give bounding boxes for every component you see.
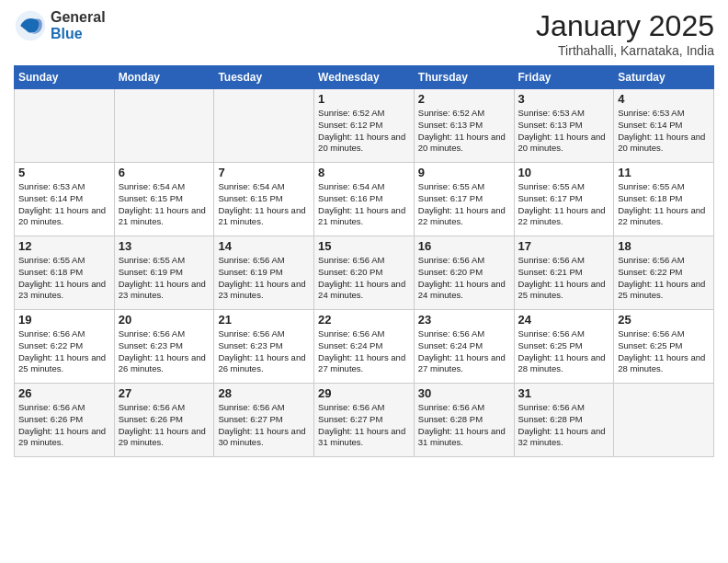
cell-info: Sunrise: 6:56 AMSunset: 6:25 PMDaylight:… bbox=[518, 328, 610, 375]
cell-info: Sunrise: 6:56 AMSunset: 6:28 PMDaylight:… bbox=[518, 402, 610, 449]
weekday-header-wednesday: Wednesday bbox=[314, 66, 415, 89]
calendar-cell bbox=[114, 89, 214, 163]
cell-info: Sunrise: 6:56 AMSunset: 6:22 PMDaylight:… bbox=[618, 255, 710, 302]
cell-info: Sunrise: 6:56 AMSunset: 6:19 PMDaylight:… bbox=[218, 255, 310, 302]
calendar-cell: 20Sunrise: 6:56 AMSunset: 6:23 PMDayligh… bbox=[114, 310, 214, 384]
cell-info: Sunrise: 6:56 AMSunset: 6:22 PMDaylight:… bbox=[18, 328, 110, 375]
cell-day-number: 30 bbox=[418, 386, 510, 400]
cell-info: Sunrise: 6:56 AMSunset: 6:26 PMDaylight:… bbox=[18, 402, 110, 449]
page-header: General Blue January 2025 Tirthahalli, K… bbox=[14, 9, 714, 58]
cell-info: Sunrise: 6:54 AMSunset: 6:15 PMDaylight:… bbox=[119, 181, 210, 228]
calendar-cell: 5Sunrise: 6:53 AMSunset: 6:14 PMDaylight… bbox=[15, 163, 115, 236]
calendar-week-4: 19Sunrise: 6:56 AMSunset: 6:22 PMDayligh… bbox=[15, 310, 714, 384]
cell-info: Sunrise: 6:56 AMSunset: 6:20 PMDaylight:… bbox=[318, 255, 410, 302]
cell-day-number: 5 bbox=[18, 166, 110, 179]
calendar-cell: 14Sunrise: 6:56 AMSunset: 6:19 PMDayligh… bbox=[214, 236, 314, 310]
calendar-cell: 11Sunrise: 6:55 AMSunset: 6:18 PMDayligh… bbox=[614, 163, 714, 236]
cell-day-number: 31 bbox=[518, 386, 610, 400]
logo: General Blue bbox=[14, 9, 106, 42]
cell-day-number: 19 bbox=[18, 313, 110, 327]
cell-info: Sunrise: 6:56 AMSunset: 6:23 PMDaylight:… bbox=[218, 328, 310, 375]
calendar-cell: 30Sunrise: 6:56 AMSunset: 6:28 PMDayligh… bbox=[414, 384, 514, 457]
cell-info: Sunrise: 6:56 AMSunset: 6:25 PMDaylight:… bbox=[618, 328, 710, 375]
calendar-cell: 19Sunrise: 6:56 AMSunset: 6:22 PMDayligh… bbox=[15, 310, 115, 384]
calendar-cell: 1Sunrise: 6:52 AMSunset: 6:12 PMDaylight… bbox=[314, 89, 415, 163]
cell-info: Sunrise: 6:55 AMSunset: 6:18 PMDaylight:… bbox=[18, 255, 110, 302]
weekday-header-saturday: Saturday bbox=[614, 66, 714, 89]
calendar-cell: 27Sunrise: 6:56 AMSunset: 6:26 PMDayligh… bbox=[114, 384, 214, 457]
cell-day-number: 4 bbox=[618, 92, 710, 106]
calendar-cell: 15Sunrise: 6:56 AMSunset: 6:20 PMDayligh… bbox=[314, 236, 415, 310]
calendar-cell: 2Sunrise: 6:52 AMSunset: 6:13 PMDaylight… bbox=[414, 89, 514, 163]
cell-day-number: 7 bbox=[218, 166, 310, 179]
cell-day-number: 8 bbox=[318, 166, 410, 179]
cell-day-number: 24 bbox=[518, 313, 610, 327]
cell-info: Sunrise: 6:53 AMSunset: 6:14 PMDaylight:… bbox=[618, 108, 710, 155]
calendar-cell: 24Sunrise: 6:56 AMSunset: 6:25 PMDayligh… bbox=[514, 310, 614, 384]
cell-day-number: 21 bbox=[218, 313, 310, 327]
calendar-cell: 8Sunrise: 6:54 AMSunset: 6:16 PMDaylight… bbox=[314, 163, 415, 236]
cell-info: Sunrise: 6:53 AMSunset: 6:14 PMDaylight:… bbox=[18, 181, 110, 228]
cell-day-number: 22 bbox=[318, 313, 410, 327]
logo-text: General Blue bbox=[51, 9, 106, 41]
weekday-header-thursday: Thursday bbox=[414, 66, 514, 89]
calendar-cell: 7Sunrise: 6:54 AMSunset: 6:15 PMDaylight… bbox=[214, 163, 314, 236]
cell-info: Sunrise: 6:55 AMSunset: 6:17 PMDaylight:… bbox=[418, 181, 510, 228]
cell-info: Sunrise: 6:56 AMSunset: 6:23 PMDaylight:… bbox=[119, 328, 210, 375]
title-area: January 2025 Tirthahalli, Karnataka, Ind… bbox=[536, 9, 714, 58]
cell-info: Sunrise: 6:56 AMSunset: 6:24 PMDaylight:… bbox=[418, 328, 510, 375]
weekday-header-sunday: Sunday bbox=[15, 66, 115, 89]
calendar-cell: 22Sunrise: 6:56 AMSunset: 6:24 PMDayligh… bbox=[314, 310, 415, 384]
cell-day-number: 3 bbox=[518, 92, 610, 106]
cell-info: Sunrise: 6:56 AMSunset: 6:27 PMDaylight:… bbox=[318, 402, 410, 449]
calendar-cell: 3Sunrise: 6:53 AMSunset: 6:13 PMDaylight… bbox=[514, 89, 614, 163]
cell-day-number: 20 bbox=[119, 313, 210, 327]
calendar-cell: 29Sunrise: 6:56 AMSunset: 6:27 PMDayligh… bbox=[314, 384, 415, 457]
calendar-cell: 12Sunrise: 6:55 AMSunset: 6:18 PMDayligh… bbox=[15, 236, 115, 310]
calendar-cell bbox=[15, 89, 115, 163]
calendar-cell: 21Sunrise: 6:56 AMSunset: 6:23 PMDayligh… bbox=[214, 310, 314, 384]
cell-info: Sunrise: 6:56 AMSunset: 6:27 PMDaylight:… bbox=[218, 402, 310, 449]
cell-day-number: 29 bbox=[318, 386, 410, 400]
cell-info: Sunrise: 6:54 AMSunset: 6:15 PMDaylight:… bbox=[218, 181, 310, 228]
cell-info: Sunrise: 6:55 AMSunset: 6:17 PMDaylight:… bbox=[518, 181, 610, 228]
cell-day-number: 10 bbox=[518, 166, 610, 179]
weekday-header-friday: Friday bbox=[514, 66, 614, 89]
cell-info: Sunrise: 6:54 AMSunset: 6:16 PMDaylight:… bbox=[318, 181, 410, 228]
cell-day-number: 18 bbox=[618, 239, 710, 253]
calendar-cell: 23Sunrise: 6:56 AMSunset: 6:24 PMDayligh… bbox=[414, 310, 514, 384]
cell-day-number: 25 bbox=[618, 313, 710, 327]
cell-info: Sunrise: 6:55 AMSunset: 6:18 PMDaylight:… bbox=[618, 181, 710, 228]
calendar-cell bbox=[214, 89, 314, 163]
calendar-cell: 6Sunrise: 6:54 AMSunset: 6:15 PMDaylight… bbox=[114, 163, 214, 236]
cell-day-number: 15 bbox=[318, 239, 410, 253]
cell-day-number: 14 bbox=[218, 239, 310, 253]
weekday-header-tuesday: Tuesday bbox=[214, 66, 314, 89]
calendar-cell: 17Sunrise: 6:56 AMSunset: 6:21 PMDayligh… bbox=[514, 236, 614, 310]
cell-day-number: 2 bbox=[418, 92, 510, 106]
calendar-week-2: 5Sunrise: 6:53 AMSunset: 6:14 PMDaylight… bbox=[15, 163, 714, 236]
weekday-header-row: SundayMondayTuesdayWednesdayThursdayFrid… bbox=[15, 66, 714, 89]
cell-day-number: 11 bbox=[618, 166, 710, 179]
cell-info: Sunrise: 6:56 AMSunset: 6:21 PMDaylight:… bbox=[518, 255, 610, 302]
cell-day-number: 13 bbox=[119, 239, 210, 253]
calendar-week-3: 12Sunrise: 6:55 AMSunset: 6:18 PMDayligh… bbox=[15, 236, 714, 310]
cell-info: Sunrise: 6:56 AMSunset: 6:28 PMDaylight:… bbox=[418, 402, 510, 449]
calendar-week-1: 1Sunrise: 6:52 AMSunset: 6:12 PMDaylight… bbox=[15, 89, 714, 163]
calendar-cell: 18Sunrise: 6:56 AMSunset: 6:22 PMDayligh… bbox=[614, 236, 714, 310]
cell-day-number: 12 bbox=[18, 239, 110, 253]
cell-info: Sunrise: 6:55 AMSunset: 6:19 PMDaylight:… bbox=[119, 255, 210, 302]
cell-day-number: 27 bbox=[119, 386, 210, 400]
cell-day-number: 9 bbox=[418, 166, 510, 179]
cell-day-number: 16 bbox=[418, 239, 510, 253]
calendar-cell: 13Sunrise: 6:55 AMSunset: 6:19 PMDayligh… bbox=[114, 236, 214, 310]
cell-info: Sunrise: 6:52 AMSunset: 6:12 PMDaylight:… bbox=[318, 108, 410, 155]
calendar-table: SundayMondayTuesdayWednesdayThursdayFrid… bbox=[14, 65, 714, 457]
calendar-cell: 4Sunrise: 6:53 AMSunset: 6:14 PMDaylight… bbox=[614, 89, 714, 163]
calendar-week-5: 26Sunrise: 6:56 AMSunset: 6:26 PMDayligh… bbox=[15, 384, 714, 457]
calendar-cell: 10Sunrise: 6:55 AMSunset: 6:17 PMDayligh… bbox=[514, 163, 614, 236]
weekday-header-monday: Monday bbox=[114, 66, 214, 89]
month-title: January 2025 bbox=[536, 9, 714, 43]
cell-info: Sunrise: 6:56 AMSunset: 6:26 PMDaylight:… bbox=[119, 402, 210, 449]
cell-info: Sunrise: 6:53 AMSunset: 6:13 PMDaylight:… bbox=[518, 108, 610, 155]
